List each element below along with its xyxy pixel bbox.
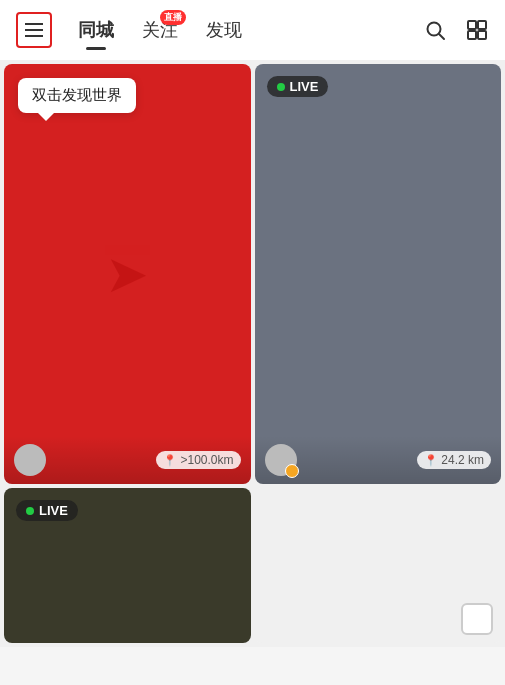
live-dot-2 bbox=[277, 83, 285, 91]
menu-button[interactable] bbox=[16, 12, 52, 48]
location-icon-1: 📍 bbox=[163, 454, 177, 467]
location-icon-2: 📍 bbox=[424, 454, 438, 467]
svg-rect-4 bbox=[468, 31, 476, 39]
svg-line-1 bbox=[439, 34, 444, 39]
tab-discover[interactable]: 发现 bbox=[192, 18, 256, 42]
live-tag-2: LIVE bbox=[267, 76, 329, 97]
search-button[interactable] bbox=[423, 18, 447, 42]
distance-1: 📍 >100.0km bbox=[156, 451, 240, 469]
distance-2: 📍 24.2 km bbox=[417, 451, 491, 469]
bottom-row: LIVE bbox=[0, 488, 505, 647]
content-grid: 双击发现世界 ➤ 📍 >100.0km LIVE 📍 24.2 km bbox=[0, 60, 505, 488]
card-2[interactable]: LIVE 📍 24.2 km bbox=[255, 64, 502, 484]
tooltip-bubble: 双击发现世界 bbox=[18, 78, 136, 113]
svg-rect-3 bbox=[478, 21, 486, 29]
avatar-2 bbox=[265, 444, 297, 476]
search-icon bbox=[423, 18, 447, 42]
menu-line-3 bbox=[25, 35, 43, 37]
menu-line-2 bbox=[25, 29, 43, 31]
live-dot-3 bbox=[26, 507, 34, 515]
arrow-icon: ➤ bbox=[105, 244, 149, 304]
card-1[interactable]: 双击发现世界 ➤ 📍 >100.0km bbox=[4, 64, 251, 484]
nav-tabs: 同城 关注 直播 发现 bbox=[64, 18, 423, 42]
avatar-1 bbox=[14, 444, 46, 476]
card-1-footer: 📍 >100.0km bbox=[4, 436, 251, 484]
layout-icon bbox=[465, 18, 489, 42]
tab-nearby[interactable]: 同城 bbox=[64, 18, 128, 42]
card-3[interactable]: LIVE bbox=[4, 488, 251, 643]
header-icons bbox=[423, 18, 489, 42]
live-badge: 直播 bbox=[160, 10, 186, 25]
layout-button[interactable] bbox=[465, 18, 489, 42]
card-2-footer: 📍 24.2 km bbox=[255, 436, 502, 484]
header: 同城 关注 直播 发现 bbox=[0, 0, 505, 60]
card-light-box bbox=[461, 603, 493, 635]
menu-line-1 bbox=[25, 23, 43, 25]
card-4[interactable] bbox=[255, 488, 502, 643]
live-tag-3: LIVE bbox=[16, 500, 78, 521]
avatar-badge-2 bbox=[285, 464, 299, 478]
svg-rect-5 bbox=[478, 31, 486, 39]
svg-rect-2 bbox=[468, 21, 476, 29]
tab-follow[interactable]: 关注 直播 bbox=[128, 18, 192, 42]
